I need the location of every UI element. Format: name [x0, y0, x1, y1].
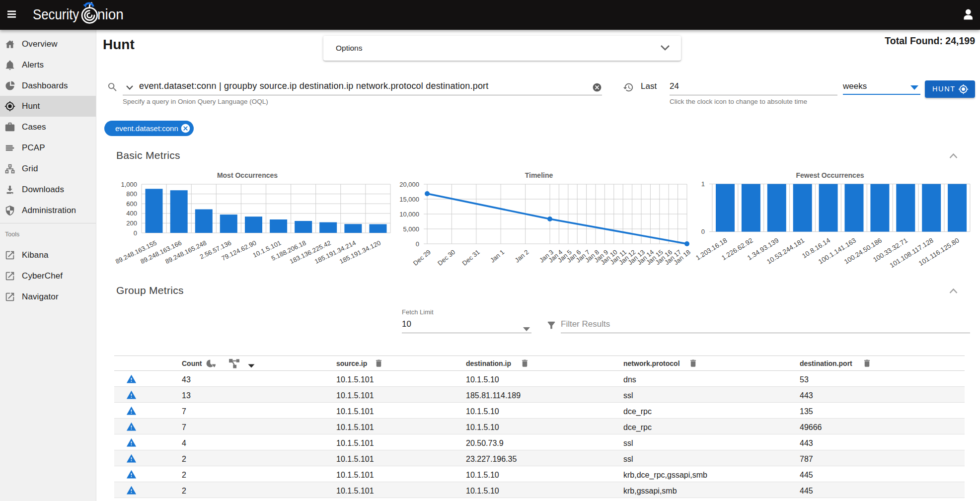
svg-text:20,000: 20,000 — [399, 181, 419, 188]
svg-text:10,000: 10,000 — [399, 211, 419, 218]
svg-text:15,000: 15,000 — [399, 196, 419, 203]
svg-text:1: 1 — [701, 180, 705, 188]
svg-text:Dec 31: Dec 31 — [461, 248, 481, 267]
svg-text:Jan 1: Jan 1 — [489, 248, 506, 264]
svg-text:0: 0 — [701, 228, 705, 235]
svg-text:5,000: 5,000 — [403, 225, 419, 233]
svg-text:101.108.117.128: 101.108.117.128 — [889, 236, 935, 269]
svg-text:400: 400 — [126, 210, 137, 217]
svg-text:Most Occurrences: Most Occurrences — [217, 171, 278, 179]
svg-text:800: 800 — [126, 190, 137, 198]
svg-text:Dec 30: Dec 30 — [436, 248, 456, 267]
svg-text:Dec 29: Dec 29 — [412, 248, 432, 267]
svg-text:0: 0 — [416, 240, 419, 248]
svg-text:0: 0 — [134, 229, 137, 237]
svg-text:1,000: 1,000 — [121, 181, 137, 188]
svg-text:200: 200 — [126, 219, 137, 227]
svg-text:Jan 2: Jan 2 — [514, 248, 530, 264]
svg-text:Timeline: Timeline — [525, 171, 553, 179]
svg-text:Fewest Occurrences: Fewest Occurrences — [796, 171, 864, 179]
svg-text:89.248.163.155: 89.248.163.155 — [114, 239, 158, 265]
svg-text:600: 600 — [126, 200, 137, 208]
